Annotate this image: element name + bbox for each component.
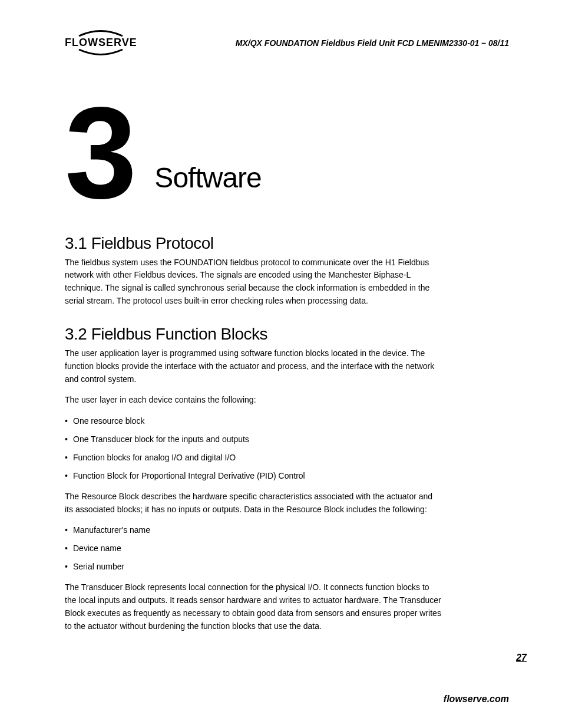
chapter-heading: 3 Software <box>65 103 509 205</box>
document-page: FLOWSERVE MX/QX FOUNDATION Fieldbus Fiel… <box>0 0 562 728</box>
chapter-title: Software <box>154 162 261 194</box>
paragraph: The Transducer Block represents local co… <box>65 581 442 633</box>
chapter-number: 3 <box>65 103 131 205</box>
section-heading-3-2: 3.2 Fieldbus Function Blocks <box>65 325 509 344</box>
logo-text: FLOWSERVE <box>65 37 137 49</box>
footer-url: flowserve.com <box>444 694 509 704</box>
page-number: 27 <box>516 653 527 663</box>
paragraph: The Resource Block describes the hardwar… <box>65 490 442 516</box>
paragraph: The fieldbus system uses the FOUNDATION … <box>65 256 442 308</box>
paragraph: The user layer in each device contains t… <box>65 394 442 407</box>
list-item: Serial number <box>65 561 442 573</box>
list-item: Function Block for Proportional Integral… <box>65 470 442 482</box>
page-header: FLOWSERVE MX/QX FOUNDATION Fieldbus Fiel… <box>65 29 509 56</box>
document-title: MX/QX FOUNDATION Fieldbus Field Unit FCD… <box>236 38 509 48</box>
paragraph: The user application layer is programmed… <box>65 347 442 386</box>
logo-bottom-arc-icon <box>74 49 127 56</box>
logo-top-arc-icon <box>74 29 127 37</box>
list-item: Manufacturer's name <box>65 524 442 536</box>
section-heading-3-1: 3.1 Fieldbus Protocol <box>65 234 509 253</box>
flowserve-logo: FLOWSERVE <box>65 29 137 56</box>
bullet-list: Manufacturer's name Device name Serial n… <box>65 524 442 573</box>
list-item: One resource block <box>65 415 442 427</box>
list-item: Device name <box>65 542 442 555</box>
list-item: Function blocks for analog I/O and digit… <box>65 452 442 464</box>
bullet-list: One resource block One Transducer block … <box>65 415 442 482</box>
list-item: One Transducer block for the inputs and … <box>65 433 442 446</box>
